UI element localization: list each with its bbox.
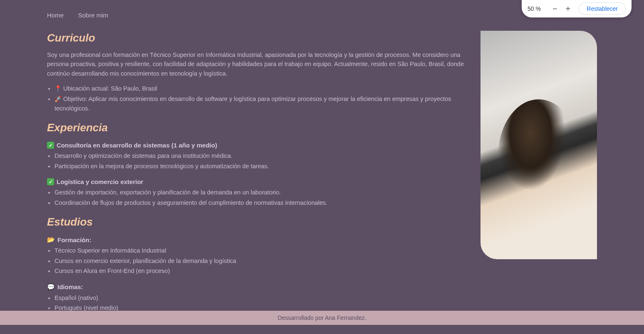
list-item: Desarrollo y optimización de sistemas pa… bbox=[54, 151, 464, 160]
formacion-bullets: Técnico Superior en Informática Industri… bbox=[47, 246, 464, 275]
folder-icon: 📂 bbox=[47, 236, 55, 243]
objective-bullet: 🚀 Objetivo: Aplicar mis conocimientos en… bbox=[54, 94, 464, 113]
objective-text: Objetivo: Aplicar mis conocimientos en d… bbox=[54, 96, 451, 112]
content-column: Curriculo Soy una profesional con formac… bbox=[47, 27, 464, 326]
main-container: Curriculo Soy una profesional con formac… bbox=[0, 27, 644, 326]
curriculo-bullets: 📍 Ubicación actual: São Paulo, Brasil 🚀 … bbox=[47, 84, 464, 113]
idiomas-heading-text: Idiomas: bbox=[57, 283, 83, 290]
list-item: Gestión de importación, exportación y pl… bbox=[54, 188, 464, 197]
zoom-value: 50 % bbox=[528, 5, 544, 12]
nav-home[interactable]: Home bbox=[47, 12, 64, 19]
location-bullet: 📍 Ubicación actual: São Paulo, Brasil bbox=[54, 84, 464, 93]
curriculo-title: Curriculo bbox=[47, 32, 464, 44]
location-text: Ubicación actual: São Paulo, Brasil bbox=[63, 85, 157, 92]
job2-heading: ✓ Logística y comercio exterior bbox=[47, 178, 464, 185]
profile-photo bbox=[481, 31, 597, 259]
formacion-heading-text: Formación: bbox=[57, 236, 92, 243]
footer: Dessarrollado por Ana Fernandez. bbox=[0, 311, 644, 325]
zoom-out-button[interactable]: − bbox=[552, 5, 557, 13]
check-icon: ✓ bbox=[47, 142, 54, 149]
zoom-in-button[interactable]: + bbox=[566, 5, 571, 13]
pin-icon: 📍 bbox=[54, 85, 62, 92]
experiencia-title: Experiencia bbox=[47, 121, 464, 134]
job1-heading-text: Consultoría en desarrollo de sistemas (1… bbox=[57, 142, 217, 149]
zoom-reset-button[interactable]: Restablecer bbox=[579, 2, 626, 15]
idiomas-heading: 💬 Idiomas: bbox=[47, 283, 464, 291]
list-item: Coordinación de flujos de productos y as… bbox=[54, 198, 464, 207]
list-item: Español (nativo) bbox=[54, 293, 464, 302]
check-icon: ✓ bbox=[47, 178, 54, 185]
nav-about[interactable]: Sobre mim bbox=[78, 12, 108, 19]
curriculo-intro: Soy una profesional con formación en Téc… bbox=[47, 50, 464, 78]
zoom-control: 50 % − + Restablecer bbox=[522, 0, 632, 17]
list-item: Participación en la mejora de procesos t… bbox=[54, 162, 464, 171]
estudios-title: Estudios bbox=[47, 216, 464, 228]
job1-bullets: Desarrollo y optimización de sistemas pa… bbox=[47, 151, 464, 171]
job1-heading: ✓ Consultoría en desarrollo de sistemas … bbox=[47, 142, 464, 149]
list-item: Cursos en comercio exterior, planificaci… bbox=[54, 256, 464, 265]
job2-heading-text: Logística y comercio exterior bbox=[57, 178, 143, 185]
speech-icon: 💬 bbox=[47, 283, 55, 291]
list-item: Técnico Superior en Informática Industri… bbox=[54, 246, 464, 255]
rocket-icon: 🚀 bbox=[54, 96, 62, 102]
job2-bullets: Gestión de importación, exportación y pl… bbox=[47, 188, 464, 207]
formacion-heading: 📂 Formación: bbox=[47, 236, 464, 243]
list-item: Cursos en Alura en Front-End (en proceso… bbox=[54, 266, 464, 275]
